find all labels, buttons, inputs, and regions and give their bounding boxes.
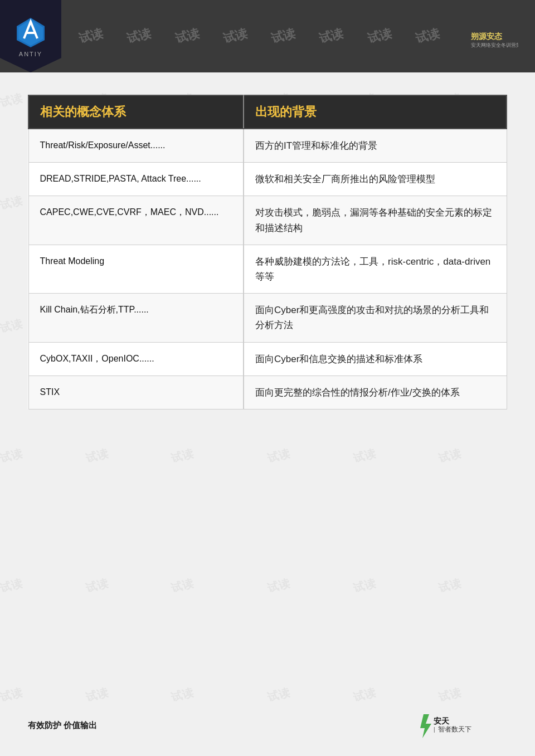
footer: 有效防护 价值输出 安天 | 智者数天下 xyxy=(0,711,535,739)
bwm-12: 试读 xyxy=(0,316,24,336)
svg-marker-5 xyxy=(420,714,431,738)
bwm-29: 试读 xyxy=(437,575,463,596)
svg-text:安天: 安天 xyxy=(433,716,450,725)
table-cell-col2-2: 对攻击模式，脆弱点，漏洞等各种基础的安全元素的标定和描述结构 xyxy=(244,196,507,245)
bwm-31: 试读 xyxy=(84,685,110,705)
svg-text:|: | xyxy=(434,726,435,733)
antiy-logo-icon xyxy=(14,15,47,48)
bwm-25: 试读 xyxy=(84,575,110,596)
bwm-23: 试读 xyxy=(437,446,463,466)
header-wm-6: 试读 xyxy=(317,25,345,47)
bwm-18: 试读 xyxy=(0,446,24,466)
header-watermarks: 试读 试读 试读 试读 试读 试读 试读 试读 xyxy=(61,28,457,45)
footer-logo-svg: 安天 | 智者数天下 xyxy=(418,711,507,739)
header-wm-5: 试读 xyxy=(269,25,297,47)
bwm-21: 试读 xyxy=(266,446,291,466)
table-cell-col1-6: STIX xyxy=(28,375,244,409)
table-cell-col1-2: CAPEC,CWE,CVE,CVRF，MAEC，NVD...... xyxy=(28,196,244,245)
bwm-28: 试读 xyxy=(352,575,377,596)
table-cell-col2-0: 西方的IT管理和标准化的背景 xyxy=(244,129,507,163)
table-cell-col1-3: Threat Modeling xyxy=(28,245,244,293)
bwm-27: 试读 xyxy=(266,575,291,596)
bwm-6: 试读 xyxy=(0,193,24,213)
bwm-26: 试读 xyxy=(169,575,195,596)
bwm-34: 试读 xyxy=(352,685,377,705)
col2-header: 出现的背景 xyxy=(244,95,507,129)
table-cell-col2-6: 面向更完整的综合性的情报分析/作业/交换的体系 xyxy=(244,375,507,409)
table-row-1: DREAD,STRIDE,PASTA, Attack Tree......微软和… xyxy=(28,163,507,196)
table-row-6: STIX面向更完整的综合性的情报分析/作业/交换的体系 xyxy=(28,375,507,409)
table-row-2: CAPEC,CWE,CVE,CVRF，MAEC，NVD......对攻击模式，脆… xyxy=(28,196,507,245)
bwm-33: 试读 xyxy=(266,685,291,705)
header-wm-1: 试读 xyxy=(77,25,105,47)
header: ANTIY 试读 试读 试读 试读 试读 试读 试读 试读 朔源安态 安天网络安… xyxy=(0,0,535,72)
table-cell-col2-5: 面向Cyber和信息交换的描述和标准体系 xyxy=(244,342,507,375)
table-cell-col1-5: CybOX,TAXII，OpenIOC...... xyxy=(28,342,244,375)
header-right-brand: 朔源安态 安天网络安全冬训营第四期 xyxy=(457,14,529,58)
bwm-0: 试读 xyxy=(0,90,24,110)
main-content: 相关的概念体系 出现的背景 Threat/Risk/Exposure/Asset… xyxy=(28,95,507,409)
bwm-35: 试读 xyxy=(437,685,463,705)
footer-right-logo: 安天 | 智者数天下 xyxy=(418,711,507,739)
bwm-20: 试读 xyxy=(169,446,195,466)
concept-table: 相关的概念体系 出现的背景 Threat/Risk/Exposure/Asset… xyxy=(28,95,507,409)
bwm-19: 试读 xyxy=(84,446,110,466)
logo-text: ANTIY xyxy=(19,51,42,57)
header-wm-7: 试读 xyxy=(365,25,393,47)
table-header-row: 相关的概念体系 出现的背景 xyxy=(28,95,507,129)
bwm-22: 试读 xyxy=(352,446,377,466)
table-cell-col2-4: 面向Cyber和更高强度的攻击和对抗的场景的分析工具和分析方法 xyxy=(244,294,507,342)
header-wm-3: 试读 xyxy=(173,25,201,47)
logo-box: ANTIY xyxy=(0,0,61,72)
bwm-24: 试读 xyxy=(0,575,24,596)
footer-left-text: 有效防护 价值输出 xyxy=(28,720,97,731)
table-cell-col1-1: DREAD,STRIDE,PASTA, Attack Tree...... xyxy=(28,163,244,196)
bwm-32: 试读 xyxy=(169,685,195,705)
col1-header: 相关的概念体系 xyxy=(28,95,244,129)
svg-text:智者数天下: 智者数天下 xyxy=(438,725,471,733)
table-cell-col2-1: 微软和相关安全厂商所推出的风险管理模型 xyxy=(244,163,507,196)
table-row-3: Threat Modeling各种威胁建模的方法论，工具，risk-centri… xyxy=(28,245,507,293)
table-row-4: Kill Chain,钻石分析,TTP......面向Cyber和更高强度的攻击… xyxy=(28,294,507,342)
bwm-30: 试读 xyxy=(0,685,24,705)
table-cell-col1-4: Kill Chain,钻石分析,TTP...... xyxy=(28,294,244,342)
table-cell-col2-3: 各种威胁建模的方法论，工具，risk-centric，data-driven等等 xyxy=(244,245,507,293)
table-cell-col1-0: Threat/Risk/Exposure/Asset...... xyxy=(28,129,244,163)
table-row-0: Threat/Risk/Exposure/Asset......西方的IT管理和… xyxy=(28,129,507,163)
svg-text:朔源安态: 朔源安态 xyxy=(470,32,503,41)
header-wm-2: 试读 xyxy=(125,25,153,47)
brand-logo-icon: 朔源安态 安天网络安全冬训营第四期 xyxy=(468,22,518,50)
header-wm-4: 试读 xyxy=(221,25,249,47)
table-row-5: CybOX,TAXII，OpenIOC......面向Cyber和信息交换的描述… xyxy=(28,342,507,375)
svg-text:安天网络安全冬训营第四期: 安天网络安全冬训营第四期 xyxy=(471,42,518,48)
header-wm-8: 试读 xyxy=(414,25,441,47)
